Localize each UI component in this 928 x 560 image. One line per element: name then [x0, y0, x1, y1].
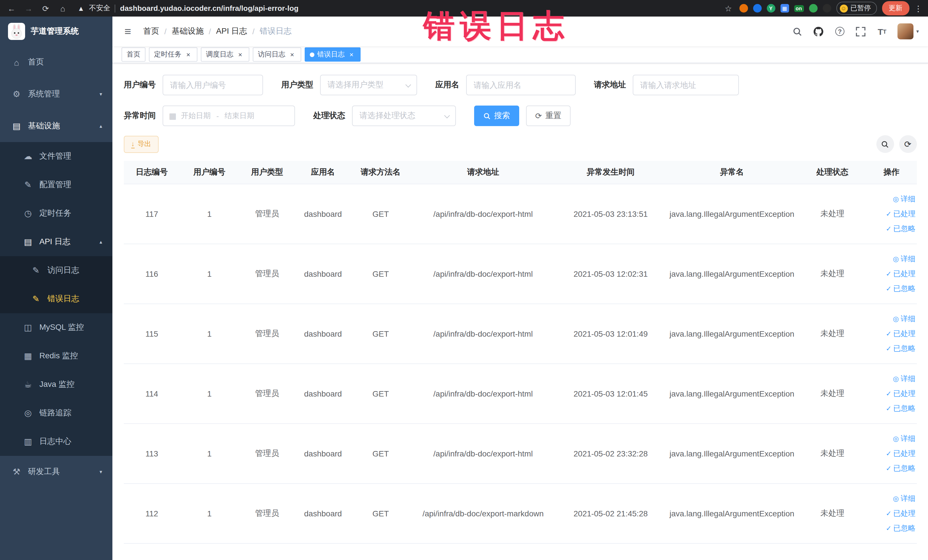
- close-icon[interactable]: ×: [348, 50, 356, 58]
- search-button[interactable]: 搜索: [474, 105, 519, 126]
- sidebar-item-infra[interactable]: ▤ 基础设施 ▴: [0, 110, 112, 142]
- app-name-input[interactable]: [466, 75, 576, 95]
- reset-button[interactable]: ⟳ 重置: [526, 105, 570, 126]
- cell-exception-name: java.lang.IllegalArgumentException: [665, 423, 798, 483]
- sidebar-item-api-log[interactable]: ▤ API 日志 ▴: [0, 227, 112, 256]
- mark-processed-link[interactable]: ✓已处理: [866, 446, 916, 461]
- address-bar[interactable]: ▲ 不安全 dashboard.yudao.iocoder.cn/infra/l…: [78, 3, 717, 13]
- view-tab[interactable]: 错误日志 ×: [305, 47, 360, 62]
- sidebar-item-access-log[interactable]: ✎ 访问日志: [0, 256, 112, 285]
- search-icon[interactable]: [792, 26, 803, 37]
- bookmark-star-icon[interactable]: ☆: [723, 3, 734, 14]
- view-tab[interactable]: 首页: [122, 47, 145, 62]
- user-type-select[interactable]: 请选择用户类型: [320, 75, 417, 95]
- extension-on-badge[interactable]: on: [794, 5, 804, 12]
- sidebar-item-error-log[interactable]: ✎ 错误日志: [0, 285, 112, 313]
- cell-actions: ◎详细 ✓已处理 ✓已忽略: [866, 304, 917, 363]
- mark-processed-link[interactable]: ✓已处理: [866, 206, 916, 221]
- breadcrumb-item[interactable]: 首页: [143, 26, 159, 37]
- mark-ignored-link[interactable]: ✓已忽略: [866, 461, 916, 476]
- breadcrumb-item[interactable]: API 日志: [216, 26, 247, 37]
- mark-ignored-link[interactable]: ✓已忽略: [866, 221, 916, 236]
- sidebar-item-label: 链路追踪: [40, 408, 71, 418]
- request-url-input[interactable]: [633, 75, 739, 95]
- extension-icon[interactable]: [809, 4, 817, 12]
- log-file-icon: ✎: [30, 265, 42, 276]
- mark-processed-link[interactable]: ✓已处理: [866, 326, 916, 341]
- sidebar-toggle-icon[interactable]: ≡: [122, 25, 134, 38]
- detail-link[interactable]: ◎详细: [866, 431, 916, 446]
- browser-update-button[interactable]: 更新: [882, 1, 909, 15]
- close-icon[interactable]: ×: [236, 50, 244, 58]
- process-status-select[interactable]: 请选择处理状态: [352, 105, 456, 126]
- extension-icon[interactable]: [753, 4, 762, 12]
- emoji-face-icon: ☺: [839, 4, 847, 12]
- check-icon: ✓: [886, 344, 891, 352]
- browser-back-icon[interactable]: ←: [6, 3, 17, 14]
- extension-paw-icon[interactable]: [823, 4, 831, 12]
- mark-processed-link[interactable]: ✓已处理: [866, 386, 916, 401]
- sidebar-item-file-manage[interactable]: ☁ 文件管理: [0, 142, 112, 171]
- refresh-table-button[interactable]: ⟳: [899, 135, 917, 153]
- chevron-down-icon: ▾: [99, 469, 102, 475]
- export-button[interactable]: ↓ 导出: [124, 136, 159, 153]
- extension-icon[interactable]: [739, 4, 748, 12]
- fullscreen-icon[interactable]: [855, 26, 867, 37]
- sidebar-item-dev-tools[interactable]: ⚒ 研发工具 ▾: [0, 456, 112, 488]
- sidebar-item-java-monitor[interactable]: ☕ Java 监控: [0, 370, 112, 399]
- paused-badge[interactable]: ☺ 已暂停: [836, 2, 877, 15]
- help-icon[interactable]: ?: [834, 26, 846, 37]
- cell-method: GET: [351, 483, 410, 543]
- close-icon[interactable]: ×: [288, 50, 296, 58]
- breadcrumb-item[interactable]: 基础设施: [172, 26, 204, 37]
- detail-link[interactable]: ◎详细: [866, 251, 916, 266]
- browser-reload-icon[interactable]: ⟳: [40, 3, 51, 14]
- sidebar-item-home[interactable]: ⌂ 首页: [0, 46, 112, 78]
- view-tab[interactable]: 调度日志 ×: [201, 47, 249, 62]
- mark-ignored-link[interactable]: ✓已忽略: [866, 281, 916, 296]
- column-header: 异常发生时间: [556, 161, 665, 184]
- browser-home-icon[interactable]: ⌂: [57, 3, 69, 14]
- font-size-icon[interactable]: TT: [876, 26, 888, 37]
- security-label: 不安全: [89, 3, 110, 13]
- sidebar-item-trace[interactable]: ◎ 链路追踪: [0, 399, 112, 427]
- cell-log-id: 116: [124, 244, 180, 304]
- sidebar-item-redis-monitor[interactable]: ▦ Redis 监控: [0, 342, 112, 370]
- check-icon: ✓: [886, 509, 891, 517]
- column-header: 日志编号: [124, 161, 180, 184]
- browser-forward-icon[interactable]: →: [23, 3, 34, 14]
- user-menu[interactable]: ▾: [897, 23, 919, 40]
- mark-ignored-link[interactable]: ✓已忽略: [866, 401, 916, 416]
- mark-processed-link[interactable]: ✓已处理: [866, 266, 916, 281]
- detail-link[interactable]: ◎详细: [866, 191, 916, 206]
- mark-processed-link[interactable]: ✓已处理: [866, 506, 916, 520]
- detail-link[interactable]: ◎详细: [866, 311, 916, 326]
- detail-link[interactable]: ◎详细: [866, 371, 916, 386]
- cell-exception-time: 2021-05-03 23:13:51: [556, 184, 665, 244]
- check-icon: ✓: [886, 524, 891, 532]
- toggle-search-button[interactable]: [876, 135, 894, 153]
- check-icon: ✓: [886, 284, 891, 292]
- app-logo[interactable]: 芋道管理系统: [0, 17, 112, 46]
- detail-link[interactable]: ◎详细: [866, 491, 916, 506]
- mark-ignored-link[interactable]: ✓已忽略: [866, 341, 916, 356]
- sidebar-item-label: 文件管理: [40, 151, 71, 162]
- toolbar-right: ⟳: [876, 135, 917, 153]
- extension-icon[interactable]: ▦: [780, 4, 789, 12]
- extension-icon[interactable]: Y: [766, 4, 775, 12]
- sidebar-item-log-center[interactable]: ▥ 日志中心: [0, 427, 112, 456]
- sidebar-item-system[interactable]: ⚙ 系统管理 ▾: [0, 78, 112, 110]
- date-range-picker[interactable]: ▦ 开始日期 - 结束日期: [163, 105, 295, 126]
- error-log-table: 日志编号用户编号用户类型应用名请求方法名请求地址异常发生时间异常名处理状态操作 …: [124, 161, 917, 543]
- cell-request-url: /api/infra/db-doc/export-html: [410, 363, 556, 423]
- user-id-input[interactable]: [163, 75, 263, 95]
- view-tab[interactable]: 访问日志 ×: [253, 47, 301, 62]
- mark-ignored-link[interactable]: ✓已忽略: [866, 520, 916, 536]
- sidebar-item-mysql-monitor[interactable]: ◫ MySQL 监控: [0, 313, 112, 342]
- close-icon[interactable]: ×: [184, 50, 192, 58]
- view-tab[interactable]: 定时任务 ×: [149, 47, 197, 62]
- browser-menu-icon[interactable]: ⋮: [914, 4, 922, 13]
- sidebar-item-scheduled-job[interactable]: ◷ 定时任务: [0, 199, 112, 227]
- github-icon[interactable]: [813, 26, 824, 37]
- sidebar-item-config-manage[interactable]: ✎ 配置管理: [0, 171, 112, 199]
